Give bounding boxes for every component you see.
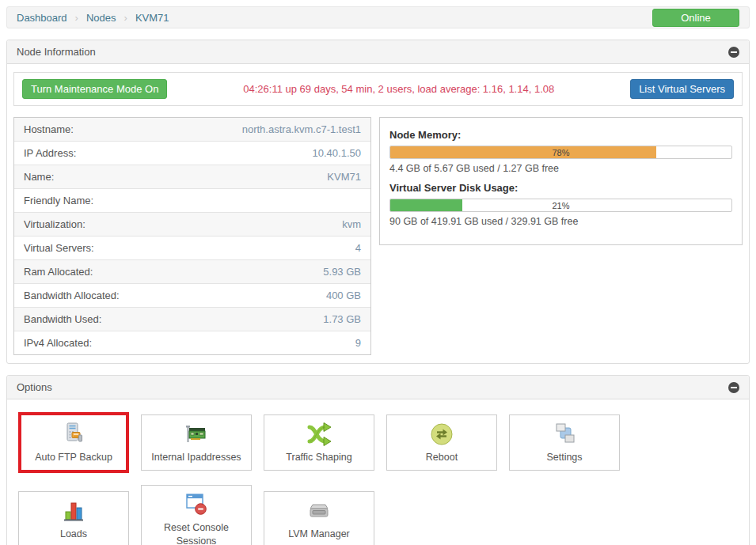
option-settings[interactable]: Settings [509,414,620,471]
disk-drive-icon [306,498,332,524]
node-information-body: Turn Maintenance Mode On 04:26:11 up 69 … [7,64,749,363]
row-label: Friendly Name: [24,195,93,206]
ftp-backup-icon [60,422,87,447]
panel-title: Node Information [17,46,96,58]
row-value: 4 [355,242,361,254]
option-label: Auto FTP Backup [35,451,112,464]
option-label: Settings [546,451,582,464]
breadcrumb-separator-icon: › [75,12,78,24]
option-label: Loads [60,528,87,540]
breadcrumb: Dashboard › Nodes › KVM71 [17,12,169,24]
option-loads[interactable]: Loads [18,491,129,545]
breadcrumb-separator-icon: › [124,12,127,24]
row-value: 10.40.1.50 [313,147,361,159]
disk-usage-bar: 21% [389,199,732,212]
option-traffic-shaping[interactable]: Traffic Shaping [264,414,374,471]
table-row-ipv4-allocated: IPv4 Allocated: 9 [14,331,370,354]
row-label: Hostname: [24,123,74,135]
network-card-icon [183,422,210,447]
table-row-bandwidth-used: Bandwidth Used: 1.73 GB [14,307,370,331]
breadcrumb-dashboard[interactable]: Dashboard [17,12,67,24]
node-info-table: Hostname: north.astra.kvm.c7-1.test1 IP … [13,117,371,355]
node-usage-box: Node Memory: 78% 4.4 GB of 5.67 GB used … [379,117,743,245]
options-grid: Auto FTP Backup Internal Ipaddresses [13,407,743,545]
node-memory-detail: 4.4 GB of 5.67 GB used / 1.27 GB free [389,163,732,174]
disk-usage-detail: 90 GB of 419.91 GB used / 329.91 GB free [389,216,732,227]
row-value: KVM71 [327,171,361,183]
table-row-ip-address: IP Address: 10.40.1.50 [14,141,370,165]
option-label: Reset Console Sessions [146,521,246,545]
breadcrumb-bar: Dashboard › Nodes › KVM71 Online [6,6,750,28]
row-label: IPv4 Allocated: [24,337,92,349]
table-row-virtual-servers: Virtual Servers: 4 [14,236,370,259]
table-row-ram-allocated: Ram Allocated: 5.93 GB [14,259,370,283]
option-lvm-manager[interactable]: LVM Manager [264,491,374,545]
console-window-icon [183,492,210,517]
list-virtual-servers-button[interactable]: List Virtual Servers [630,79,734,99]
node-information-panel: Node Information Turn Maintenance Mode O… [6,40,750,364]
uptime-text: 04:26:11 up 69 days, 54 min, 2 users, lo… [243,83,554,95]
breadcrumb-current-node: KVM71 [135,12,169,24]
row-label: IP Address: [24,147,76,159]
panel-title: Options [17,381,52,393]
node-action-bar: Turn Maintenance Mode On 04:26:11 up 69 … [13,72,743,106]
table-row-virtualization: Virtualization: kvm [14,212,370,236]
table-row-name: Name: KVM71 [14,165,370,188]
disk-usage-label: Virtual Server Disk Usage: [389,182,732,194]
row-value: 1.73 GB [323,313,361,325]
row-value: 400 GB [326,290,361,301]
option-reset-console-sessions[interactable]: Reset Console Sessions [141,485,252,545]
row-label: Bandwidth Allocated: [24,290,120,301]
disk-usage-percent: 21% [390,199,731,211]
row-value: kvm [342,218,361,230]
row-label: Virtual Servers: [24,242,94,254]
row-label: Virtualization: [24,218,85,230]
option-reboot[interactable]: Reboot [386,414,497,471]
node-memory-label: Node Memory: [389,129,732,141]
options-header: Options [7,376,749,399]
row-value: 5.93 GB [323,266,361,278]
table-row-hostname: Hostname: north.astra.kvm.c7-1.test1 [14,118,370,141]
row-label: Bandwidth Used: [24,313,101,325]
row-value: 9 [355,337,361,349]
collapse-icon[interactable] [728,47,739,58]
row-value: north.astra.kvm.c7-1.test1 [242,123,361,135]
reboot-cycle-icon [428,422,455,447]
node-information-header: Node Information [7,40,749,64]
collapse-icon[interactable] [728,382,739,393]
node-memory-bar: 78% [389,146,732,159]
row-label: Ram Allocated: [24,266,93,278]
option-label: Internal Ipaddresses [151,451,241,464]
row-label: Name: [24,171,54,183]
breadcrumb-nodes[interactable]: Nodes [86,12,116,24]
option-auto-ftp-backup[interactable]: Auto FTP Backup [18,412,129,473]
maintenance-mode-button[interactable]: Turn Maintenance Mode On [22,79,167,99]
option-label: Traffic Shaping [286,451,351,464]
option-internal-ipaddresses[interactable]: Internal Ipaddresses [141,414,252,471]
options-panel: Options Auto FTP Backup [6,375,750,545]
bar-chart-icon [60,498,87,524]
node-status-badge[interactable]: Online [652,9,739,27]
table-row-bandwidth-allocated: Bandwidth Allocated: 400 GB [14,283,370,307]
layered-squares-icon [551,422,578,447]
option-label: Reboot [426,451,458,464]
node-memory-percent: 78% [390,146,731,158]
option-label: LVM Manager [288,528,350,540]
table-row-friendly-name: Friendly Name: [14,188,370,212]
shuffle-arrows-icon [306,422,332,447]
